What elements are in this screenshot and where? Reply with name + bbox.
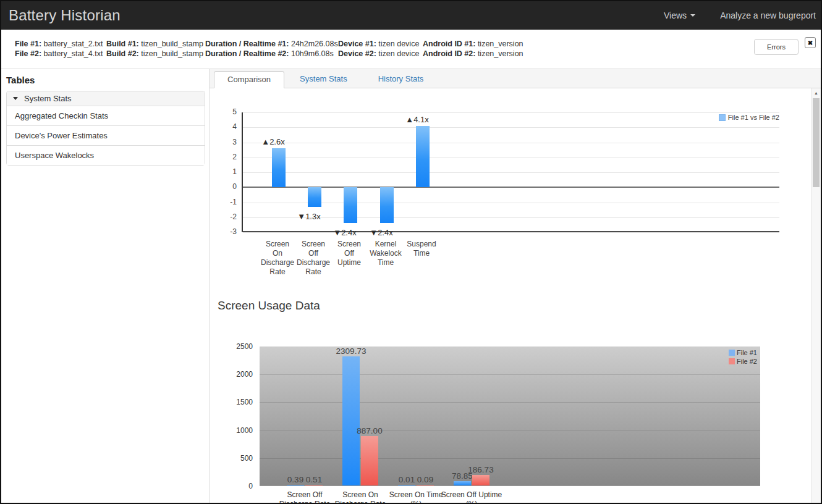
chart-bar[interactable] (380, 187, 394, 223)
views-menu-label: Views (664, 10, 687, 20)
accordion-item-list: Aggregated Checkin StatsDevice's Power E… (7, 106, 205, 165)
y-axis-tick-label: 2000 (228, 370, 253, 379)
bar-annotation: ▲4.1x (397, 115, 437, 124)
gridline (243, 172, 779, 173)
info-row: File #2: battery_stat_4.txt (15, 49, 106, 59)
chart-bar[interactable] (472, 475, 489, 485)
legend-label: File #1 (737, 349, 757, 356)
caret-down-icon (13, 97, 18, 100)
app-header: Battery Historian Views Analyze a new bu… (1, 1, 821, 30)
info-label: Duration / Realtime #1: (205, 40, 289, 48)
bar-value-label: 2309.73 (329, 346, 373, 356)
bar-value-label: 186.73 (459, 465, 503, 474)
info-label: Android ID #2: (423, 49, 475, 58)
info-column: Device #1: tizen deviceDevice #2: tizen … (338, 39, 423, 59)
battery-historian-app: Battery Historian Views Analyze a new bu… (0, 0, 822, 504)
info-row: Device #1: tizen device (338, 39, 423, 49)
gridline (260, 430, 760, 431)
chart-bar[interactable] (287, 485, 304, 485)
y-axis-tick-label: 3 (216, 138, 237, 146)
legend-label: File #2 (737, 358, 757, 365)
chart-bar[interactable] (454, 481, 471, 485)
gridline (243, 203, 779, 203)
gridline (260, 458, 760, 459)
y-axis-tick-label: 500 (228, 454, 253, 463)
main-body: Tables System Stats Aggregated Checkin S… (1, 69, 821, 503)
y-axis-tick-label: 1500 (228, 398, 253, 406)
category-label-line: Suspend (397, 240, 446, 249)
info-column: File #1: battery_stat_2.txtFile #2: batt… (15, 39, 106, 59)
y-axis-tick-label: 0 (228, 482, 253, 490)
gridline (243, 112, 779, 113)
legend-entry: File #2 (729, 358, 757, 365)
close-icon[interactable]: ✖ (805, 37, 816, 48)
chart-bar[interactable] (308, 187, 321, 207)
scrollbar-thumb[interactable] (813, 98, 820, 187)
bar-value-label: 0.09 (403, 475, 447, 484)
views-menu[interactable]: Views (664, 10, 695, 20)
sidebar-item-aggregated-checkin-stats[interactable]: Aggregated Checkin Stats (7, 106, 205, 125)
bar-value-label: 0.51 (292, 475, 336, 484)
info-row: Build #1: tizen_build_stamp (106, 39, 205, 49)
legend-swatch-icon (729, 358, 735, 364)
bar-annotation: ▼2.4x (362, 228, 401, 237)
accordion-header-system-stats[interactable]: System Stats (7, 91, 205, 106)
y-axis-tick-label: 5 (216, 107, 237, 116)
chart-bar[interactable] (417, 485, 434, 485)
bar-annotation: ▲2.6x (253, 137, 293, 146)
y-axis-tick-label: 1000 (228, 426, 253, 435)
y-axis-tick-label: 0 (216, 182, 237, 191)
analyze-new-bugreport-link[interactable]: Analyze a new bugreport (720, 10, 816, 20)
info-row: Device #2: tizen device (338, 49, 423, 59)
file-info-columns: File #1: battery_stat_2.txtFile #2: batt… (1, 30, 821, 59)
section-title: Screen Usage Data (218, 299, 320, 313)
info-label: Android ID #1: (423, 40, 475, 48)
chart-bar[interactable] (305, 485, 323, 485)
info-column: Duration / Realtime #1: 24h2m26.08sDurat… (205, 39, 338, 59)
scroll-up-arrow-icon[interactable]: ▲ (811, 88, 821, 98)
info-label: File #2: (15, 49, 41, 58)
info-label: Device #2: (338, 49, 376, 58)
legend-swatch-icon (729, 350, 735, 356)
legend-label: File #1 vs File #2 (728, 114, 779, 121)
errors-button[interactable]: Errors (754, 39, 799, 55)
gridline (260, 402, 760, 403)
gridline (243, 143, 779, 143)
category-label-line: Time (361, 258, 410, 267)
content-area: ComparisonSystem StatsHistory Stats Scre… (210, 69, 821, 503)
tab-history-stats[interactable]: History Stats (363, 71, 439, 88)
info-label: Build #1: (106, 40, 139, 48)
gridline (243, 232, 779, 233)
y-axis-tick-label: 1 (216, 167, 237, 176)
chart-bar[interactable] (342, 356, 360, 485)
chart-bar[interactable] (416, 126, 430, 187)
category-label-line: Time (397, 249, 446, 258)
info-row: Duration / Realtime #2: 10h9m6.08s (205, 49, 338, 59)
info-row: Duration / Realtime #1: 24h2m26.08s (205, 39, 338, 49)
info-label: Build #2: (106, 49, 139, 58)
y-axis-tick-label: -3 (216, 227, 237, 236)
zero-axis-line (243, 187, 779, 188)
comparison-panel: Screen Usage Data 543210-1-2-3▲2.6xScree… (210, 88, 811, 503)
category-label-line: Screen Off Uptime (425, 490, 518, 500)
chart-legend: File #1 vs File #2 (680, 114, 779, 121)
category-label-line: (%) (425, 500, 518, 503)
tables-sidebar: Tables System Stats Aggregated Checkin S… (1, 69, 210, 503)
info-column: Android ID #1: tizen_versionAndroid ID #… (423, 39, 523, 59)
chart-bar[interactable] (272, 148, 286, 187)
sidebar-item-userspace-wakelocks[interactable]: Userspace Wakelocks (7, 145, 205, 165)
tab-system-stats[interactable]: System Stats (284, 71, 363, 88)
chart-bar[interactable] (361, 436, 378, 485)
sidebar-item-device-s-power-estimates[interactable]: Device's Power Estimates (7, 125, 205, 145)
tab-comparison[interactable]: Comparison (214, 71, 284, 88)
caret-down-icon (690, 14, 695, 17)
y-axis-tick-label: 2 (216, 153, 237, 161)
info-label: Device #1: (338, 40, 376, 48)
vertical-scrollbar[interactable]: ▲ (811, 88, 821, 503)
app-title: Battery Historian (9, 7, 121, 24)
chart-bar[interactable] (344, 187, 357, 223)
bar-value-label: 887.00 (347, 426, 392, 435)
accordion-header-label: System Stats (24, 94, 72, 103)
chart-bar[interactable] (398, 485, 415, 485)
bar-annotation: ▼1.3x (289, 212, 329, 221)
